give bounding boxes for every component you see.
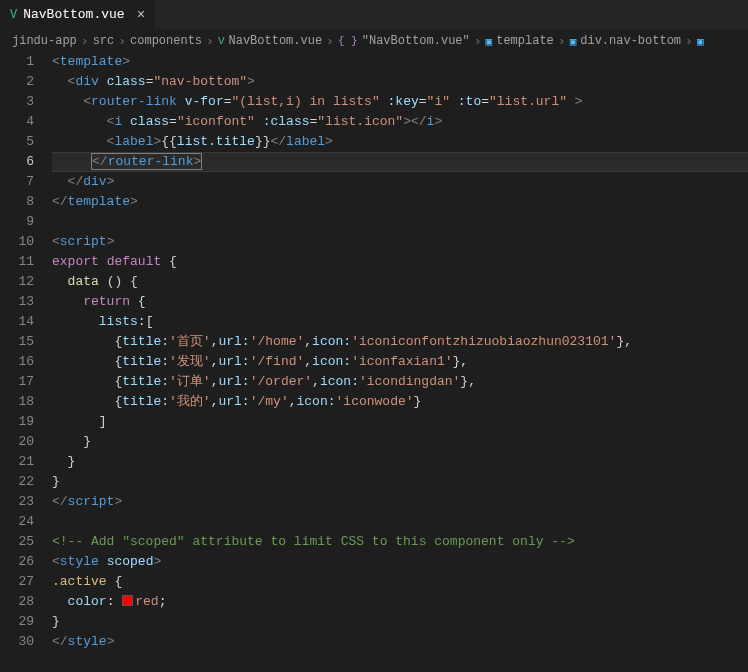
editor-tab[interactable]: V NavBottom.vue × xyxy=(0,0,155,29)
breadcrumb-item[interactable]: VNavBottom.vue xyxy=(218,34,322,48)
breadcrumb-item[interactable]: jindu-app xyxy=(12,34,77,48)
vue-file-icon: V xyxy=(218,35,225,47)
breadcrumb-item[interactable]: components xyxy=(130,34,202,48)
chevron-right-icon: › xyxy=(685,34,693,49)
symbol-module-icon: ▣ xyxy=(697,35,704,48)
color-swatch-icon xyxy=(122,595,133,606)
symbol-module-icon: ▣ xyxy=(486,35,493,48)
symbol-module-icon: ▣ xyxy=(570,35,577,48)
line-number-gutter: 1234567891011121314151617181920212223242… xyxy=(0,52,52,652)
tab-label: NavBottom.vue xyxy=(23,7,124,22)
close-icon[interactable]: × xyxy=(137,7,145,23)
code-content[interactable]: <template> <div class="nav-bottom"> <rou… xyxy=(52,52,748,652)
breadcrumb-item[interactable]: src xyxy=(93,34,115,48)
breadcrumb-item[interactable]: ▣template xyxy=(486,34,554,48)
chevron-right-icon: › xyxy=(558,34,566,49)
chevron-right-icon: › xyxy=(474,34,482,49)
breadcrumb-item[interactable]: { }"NavBottom.vue" xyxy=(338,34,470,48)
code-editor[interactable]: 1234567891011121314151617181920212223242… xyxy=(0,52,748,652)
vue-file-icon: V xyxy=(10,8,17,22)
chevron-right-icon: › xyxy=(326,34,334,49)
breadcrumb: jindu-app › src › components › VNavBotto… xyxy=(0,30,748,52)
chevron-right-icon: › xyxy=(206,34,214,49)
breadcrumb-item[interactable]: ▣ xyxy=(697,35,704,48)
symbol-object-icon: { } xyxy=(338,35,358,47)
chevron-right-icon: › xyxy=(118,34,126,49)
breadcrumb-item[interactable]: ▣div.nav-bottom xyxy=(570,34,681,48)
tab-bar: V NavBottom.vue × xyxy=(0,0,748,30)
chevron-right-icon: › xyxy=(81,34,89,49)
